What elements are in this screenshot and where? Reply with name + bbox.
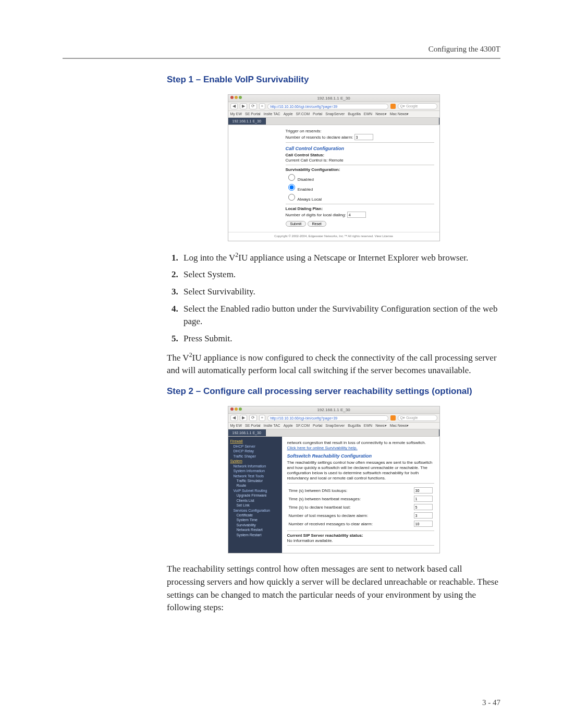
local-dialing-title: Local Dialing Plan: [286, 206, 434, 211]
step1-item-4: Select the Enabled radio button under th… [180, 303, 500, 328]
sip-status-value: No information available. [287, 538, 434, 543]
address-bar[interactable]: http://10.10.10.60/cgi-bin/config?page=3… [267, 415, 388, 421]
table-row: Number of received messages to clear ala… [288, 520, 433, 527]
call-control-title: Call Control Configuration [286, 146, 434, 151]
sidebar-item-certificate[interactable]: Certificate [230, 513, 280, 517]
window-title: 192.168.1.1 E_30 [317, 408, 350, 412]
sidebar-item-system[interactable]: System [230, 459, 280, 463]
browser-tab-area [266, 118, 439, 125]
rss-icon[interactable] [390, 415, 396, 421]
heartbeat-interval-input[interactable] [414, 496, 433, 502]
reachability-desc: The reachability settings control how of… [287, 460, 434, 481]
lost-alarm-input[interactable] [414, 512, 433, 519]
sidebar-item-services[interactable]: Services Configuration [230, 508, 280, 513]
step1-item-3: Select Survivability. [180, 286, 500, 299]
sidebar-item-route[interactable]: Route [230, 483, 280, 488]
sip-status-title: Current SIP Server reachability status: [287, 533, 434, 538]
sidebar-item-system-time[interactable]: System Time [230, 517, 280, 522]
running-header: Configuring the 4300T [63, 45, 500, 54]
window-traffic-lights [230, 96, 242, 99]
trigger-row: Trigger on resends: [286, 129, 434, 133]
step2-heading: Step 2 – Configure call processing serve… [167, 386, 500, 397]
table-row: Time (s) between DNS lookups: [288, 487, 433, 494]
nav-forward-icon[interactable]: ▶ [240, 415, 247, 421]
step1-item-5: Press Submit. [180, 332, 500, 346]
table-row: Number of lost messages to declare alarm… [288, 512, 433, 519]
sidebar-item-network-test[interactable]: Network Test Tools [230, 474, 280, 478]
nav-forward-icon[interactable]: ▶ [240, 103, 247, 109]
reachability-table: Time (s) between DNS lookups: Time (s) b… [287, 486, 434, 528]
search-field[interactable]: Q▾ Google [398, 415, 437, 421]
local-dialing-row: Number of digits for local dialing: [286, 212, 434, 218]
sidebar-item-voip-subnet[interactable]: VoIP Subnet Routing [230, 488, 280, 493]
sidebar-item-survivability[interactable]: Survivability [230, 523, 280, 527]
search-field[interactable]: Q▾ Google [398, 103, 437, 109]
browser-tab-area [266, 429, 439, 436]
nav-back-icon[interactable]: ◀ [230, 415, 238, 421]
nav-reload-icon[interactable]: ⟳ [249, 415, 257, 421]
sidebar-item-system-restart[interactable]: System Restart [230, 533, 280, 537]
browser-tab-active[interactable]: 192.168.1.1 E_30 [228, 118, 266, 125]
screenshot-2: 192.168.1.1 E_30 ◀ ▶ ⟳ + http://10.10.10… [228, 406, 440, 553]
reset-button[interactable]: Reset [308, 221, 326, 227]
cc-status-label: Call Control Status: [286, 153, 434, 157]
heartbeat-lost-input[interactable] [414, 504, 433, 510]
step1-paragraph: The V2IU appliance is now configured to … [167, 351, 500, 377]
sidebar-item-system-info[interactable]: System Information [230, 468, 280, 473]
sidebar-item-traffic-shaper[interactable]: Traffic Shaper [230, 454, 280, 459]
cc-status-value: Current Call Control is: Remote [286, 158, 434, 163]
step1-heading: Step 1 – Enable VoIP Survivability [167, 75, 500, 85]
nav-reload-icon[interactable]: ⟳ [249, 103, 257, 109]
nav-add-icon[interactable]: + [259, 103, 266, 109]
radio-always-local: Always Local [286, 192, 434, 202]
address-bar[interactable]: http://10.10.10.60/cgi-bin/config?page=3… [267, 104, 388, 109]
clear-alarm-input[interactable] [414, 521, 433, 527]
resends-input[interactable] [354, 134, 373, 140]
table-row: Time (s) to declare heartbeat lost: [288, 503, 433, 511]
sidebar-item-dhcp-server[interactable]: DHCP Server [230, 444, 280, 449]
step2-paragraph: The reachability settings control how of… [167, 563, 500, 614]
intro-fragment: network congestion that result in loss o… [287, 440, 434, 445]
page-number: 3 - 47 [482, 698, 500, 707]
window-title: 192.168.1.1 E_30 [317, 96, 350, 101]
radio-enabled: Enabled [286, 182, 434, 192]
sidebar-item-dhcp-relay[interactable]: DHCP Relay [230, 449, 280, 453]
bookmarks-bar: My EW SE Portal Insite TAC Apple SF.COM … [228, 111, 439, 118]
reachability-title: Softswitch Reachability Configuration [287, 453, 434, 459]
submit-button[interactable]: Submit [286, 221, 307, 227]
step1-item-2: Select System. [180, 268, 500, 281]
sidebar-item-clients[interactable]: Clients List [230, 498, 280, 503]
rss-icon[interactable] [390, 104, 396, 109]
sidebar-item-set-link[interactable]: Set Link [230, 503, 280, 508]
step1-item-1: Log into the V2IU appliance using a Nets… [180, 251, 500, 264]
survivability-help-link[interactable]: Click here for online Survivability help… [287, 446, 358, 450]
sidebar-item-network-info[interactable]: Network Information [230, 464, 280, 468]
sidebar-item-upgrade[interactable]: Upgrade Firmware [230, 493, 280, 498]
step1-list: Log into the V2IU appliance using a Nets… [167, 251, 500, 346]
config-sidebar: Firewall DHCP Server DHCP Relay Traffic … [228, 437, 282, 553]
radio-disabled: Disabled [286, 172, 434, 182]
dns-lookup-input[interactable] [414, 487, 433, 493]
resends-row: Number of resends to declare alarm: [286, 134, 434, 140]
browser-tab-active[interactable]: 192.168.1.1 E_30 [228, 429, 266, 436]
screenshot-footer: Copyright © 2002-2004, Edgewater Network… [228, 232, 439, 241]
window-traffic-lights [230, 408, 242, 411]
table-row: Time (s) between heartbeat messages: [288, 495, 433, 502]
sidebar-item-traffic-sim[interactable]: Traffic Simulator [230, 478, 280, 483]
sidebar-item-firewall[interactable]: Firewall [230, 439, 280, 443]
bookmarks-bar: My EW SE Portal Insite TAC Apple SF.COM … [228, 423, 439, 429]
sidebar-item-network-restart[interactable]: Network Restart [230, 527, 280, 532]
local-dialing-input[interactable] [347, 212, 366, 218]
header-rule [63, 58, 500, 59]
screenshot-1: 192.168.1.1 E_30 ◀ ▶ ⟳ + http://10.10.10… [228, 94, 440, 241]
nav-back-icon[interactable]: ◀ [230, 103, 238, 109]
survivability-title: Survivability Configuration: [286, 167, 434, 172]
nav-add-icon[interactable]: + [259, 415, 266, 421]
